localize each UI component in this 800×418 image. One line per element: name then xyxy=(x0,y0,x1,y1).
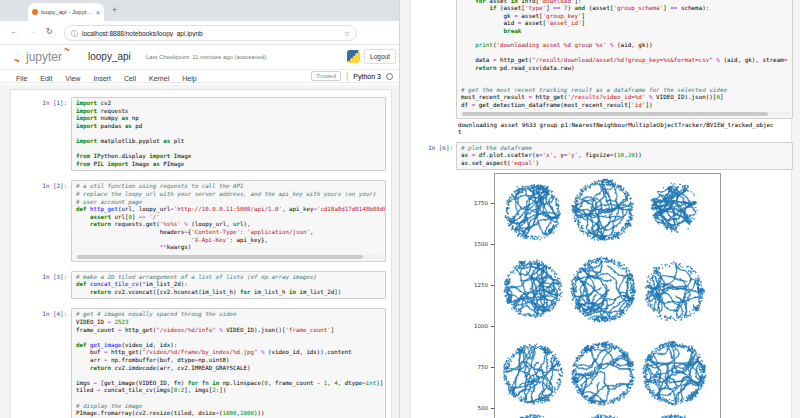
notebook-scrolled-pane: for asset in info['download']: if (asset… xyxy=(400,0,800,418)
jupyter-logo-moon-icon xyxy=(13,53,23,63)
code-cell-input[interactable]: # a util function using requests to call… xyxy=(71,180,386,261)
y-tick-label: 500 xyxy=(466,405,488,411)
notebook-sheet: In [1]:import cv2 import requests import… xyxy=(10,89,392,418)
reload-icon[interactable]: ↻ xyxy=(46,28,53,36)
menubar-separator: | xyxy=(346,71,348,81)
scrollbar-thumb[interactable] xyxy=(462,112,768,116)
code-cell-input[interactable]: import cv2 import requests import numpy … xyxy=(71,97,386,171)
tab-title: loopy_api - Jupyter Noteb xyxy=(41,9,93,15)
input-prompt: In [2]: xyxy=(11,180,71,261)
scatter-points-canvas xyxy=(495,174,720,418)
jupyter-logo-text: jupyter xyxy=(26,50,62,64)
input-prompt: In [3]: xyxy=(11,271,71,300)
code-cell-input[interactable]: # make a 2D tiled arrangement of a list … xyxy=(71,271,386,300)
notebook-title[interactable]: loopy_api xyxy=(88,51,131,62)
url-field[interactable]: ⓘ localhost:8888/notebooks/loopy_api.ipy… xyxy=(64,25,357,41)
code-cell-input[interactable]: # get 4 images equally spaced throug the… xyxy=(71,308,386,418)
y-tick-label: 1500 xyxy=(466,241,488,247)
browser-urlbar: ← → ↻ ⓘ localhost:8888/notebooks/loopy_a… xyxy=(0,21,399,45)
scatter-plot-output: 1750150012501000750500 xyxy=(466,173,766,418)
screenshot-root: loopy_api - Jupyter Noteb × + ← → ↻ ⓘ lo… xyxy=(0,0,800,418)
new-tab-button[interactable]: + xyxy=(112,6,117,15)
menu-item-insert[interactable]: Insert xyxy=(93,75,111,82)
trusted-badge: Trusted xyxy=(311,71,341,81)
tab-close-icon[interactable]: × xyxy=(96,9,100,16)
site-info-icon[interactable]: ⓘ xyxy=(71,30,78,37)
bookmark-star-icon[interactable]: ☆ xyxy=(344,30,350,37)
kernel-idle-icon xyxy=(386,73,393,80)
code-cell-input[interactable]: for asset in info['download']: if (asset… xyxy=(456,0,793,119)
code-cell: In [4]:# get 4 images equally spaced thr… xyxy=(11,308,391,418)
code-cell: In [1]:import cv2 import requests import… xyxy=(11,97,391,171)
input-prompt: In [4]: xyxy=(11,308,71,418)
kernel-name: Python 3 xyxy=(353,73,381,80)
input-prompt: In [1]: xyxy=(11,97,71,171)
checkpoint-status: Last Checkpoint: 11 minutes ago (autosav… xyxy=(146,54,266,60)
code-text: # get 4 images equally spaced throug the… xyxy=(76,311,383,417)
horizontal-scrollbar[interactable] xyxy=(76,255,383,259)
url-text: localhost:8888/notebooks/loopy_api.ipynb xyxy=(82,30,340,37)
code-text: # make a 2D tiled arrangement of a list … xyxy=(76,274,383,297)
code-cell-input[interactable]: # plot the dataframe ax = df.plot.scatte… xyxy=(456,142,793,170)
code-text: import cv2 import requests import numpy … xyxy=(76,100,383,168)
browser-tabstrip: loopy_api - Jupyter Noteb × + xyxy=(0,0,399,21)
menu-item-kernel[interactable]: Kernel xyxy=(149,75,169,82)
notebook-body: In [1]:import cv2 import requests import… xyxy=(0,85,399,418)
code-cell: In [2]:# a util function using requests … xyxy=(11,180,391,261)
logout-button[interactable]: Logout xyxy=(364,49,396,64)
input-prompt: In [6]: xyxy=(411,145,453,151)
jupyter-favicon-icon xyxy=(32,9,38,15)
y-tick-label: 1750 xyxy=(466,200,488,206)
jupyter-logo[interactable]: jupyter xyxy=(12,49,72,65)
forward-icon[interactable]: → xyxy=(28,28,36,36)
menu-item-file[interactable]: File xyxy=(16,75,27,82)
code-cell: In [3]:# make a 2D tiled arrangement of … xyxy=(11,271,391,300)
notebook-sheet-right: for asset in info['download']: if (asset… xyxy=(410,0,792,418)
menu-item-cell[interactable]: Cell xyxy=(124,75,136,82)
browser-window: loopy_api - Jupyter Noteb × + ← → ↻ ⓘ lo… xyxy=(0,0,400,418)
y-tick-label: 750 xyxy=(466,364,488,370)
browser-tab[interactable]: loopy_api - Jupyter Noteb × xyxy=(28,3,104,21)
scrollbar-thumb[interactable] xyxy=(77,255,363,259)
python-logo-icon xyxy=(347,50,360,63)
horizontal-scrollbar[interactable] xyxy=(461,112,790,116)
y-tick-label: 1250 xyxy=(466,282,488,288)
menu-item-edit[interactable]: Edit xyxy=(40,75,52,82)
plot-frame xyxy=(494,173,721,418)
back-icon[interactable]: ← xyxy=(10,28,18,36)
jupyter-logo-moon-icon xyxy=(61,47,71,57)
menu-item-help[interactable]: Help xyxy=(182,75,196,82)
cell-stream-output: downloading asset 9633 group p1:NearestN… xyxy=(458,122,776,137)
y-tick-label: 1000 xyxy=(466,323,488,329)
menu-item-view[interactable]: View xyxy=(65,75,80,82)
jupyter-header: jupyter loopy_api Last Checkpoint: 11 mi… xyxy=(0,45,399,69)
notebook-menubar: FileEditViewInsertCellKernelHelp Trusted… xyxy=(0,69,399,83)
code-text: # a util function using requests to call… xyxy=(76,183,383,251)
